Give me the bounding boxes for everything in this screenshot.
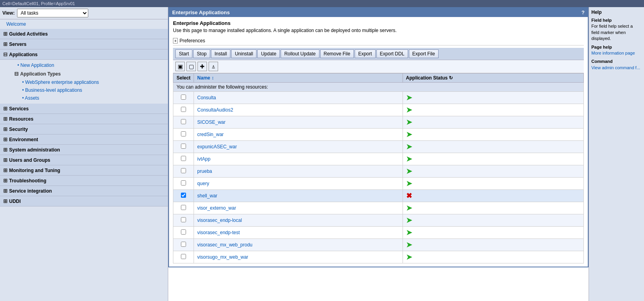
sidebar-item-uddi[interactable]: ⊞ UDDI (0, 196, 168, 206)
app-checkbox[interactable] (181, 95, 186, 100)
sidebar-item-assets[interactable]: • Assets (8, 94, 165, 102)
app-checkbox[interactable] (181, 156, 186, 161)
install-button[interactable]: Install (211, 49, 230, 58)
app-name-link[interactable]: visorasec_endp-local (197, 218, 242, 223)
sidebar-item-service-integration[interactable]: ⊞ Service integration (0, 186, 168, 196)
app-name-link[interactable]: credSin_war (197, 132, 224, 137)
app-checkbox[interactable] (181, 180, 186, 186)
app-checkbox[interactable] (181, 144, 186, 149)
app-checkbox[interactable] (181, 168, 186, 173)
export-file-button[interactable]: Export File (409, 49, 439, 58)
breadcrumb-text: Cell=DefaultCell01, Profile=AppSrv01 (2, 1, 75, 6)
select-all-icon[interactable]: ▣ (175, 62, 185, 71)
page-help-link[interactable]: More information page (591, 51, 635, 55)
name-sort-link[interactable]: Name ↕ (197, 75, 214, 81)
sidebar-item-welcome[interactable]: Welcome (0, 19, 168, 29)
app-name-link[interactable]: visorasec_mx_web_produ (197, 242, 252, 248)
table-row: ivtApp➤ (173, 153, 584, 165)
start-button[interactable]: Start (175, 49, 192, 58)
app-checkbox[interactable] (181, 205, 186, 210)
table-row: expunicASEC_war➤ (173, 141, 584, 153)
app-checkbox[interactable] (181, 242, 186, 247)
plus-icon: ⊞ (3, 41, 8, 47)
sidebar-item-users-groups[interactable]: ⊞ Users and Groups (0, 155, 168, 165)
view-select[interactable]: All tasks (17, 9, 88, 17)
deselect-all-icon[interactable]: ▢ (186, 62, 196, 71)
plus-icon: ⊞ (3, 106, 8, 112)
sidebar-item-websphere-enterprise[interactable]: • WebSphere enterprise applications (8, 78, 165, 86)
col-status: Application Status ↻ (403, 74, 583, 83)
status-running-icon: ➤ (406, 94, 412, 102)
status-running-icon: ➤ (406, 167, 412, 175)
app-name-link[interactable]: visorsugo_mx_web_war (197, 254, 248, 260)
plus-icon: ⊞ (3, 147, 8, 153)
export-button[interactable]: Export (355, 49, 376, 58)
col-select: Select (173, 74, 194, 83)
table-row: query➤ (173, 178, 584, 190)
table-row: Consulta➤ (173, 92, 584, 104)
app-checkbox[interactable] (181, 131, 186, 136)
command-link[interactable]: View admin command f... (591, 65, 640, 70)
status-running-icon: ➤ (406, 106, 412, 114)
sidebar-item-services[interactable]: ⊞ Services (0, 104, 168, 114)
panel-header: Enterprise Applications ? (169, 8, 588, 17)
view-label: View: (2, 10, 15, 16)
help-panel: Help Field help For field help select a … (589, 7, 644, 301)
preferences-label: Preferences (179, 38, 205, 44)
action-toolbar: Start Stop Install Uninstall Update Roll… (173, 48, 584, 60)
app-checkbox[interactable] (181, 107, 186, 112)
status-running-icon: ➤ (406, 229, 412, 237)
export-ddl-button[interactable]: Export DDL (376, 49, 408, 58)
panel-description: Use this page to manage installed applic… (173, 28, 584, 33)
app-checkbox[interactable] (181, 254, 186, 259)
table-row: prueba➤ (173, 165, 584, 178)
rollout-update-button[interactable]: Rollout Update (281, 49, 319, 58)
stop-button[interactable]: Stop (193, 49, 210, 58)
move-down-icon[interactable]: ⍋ (209, 62, 218, 71)
remove-file-button[interactable]: Remove File (320, 49, 354, 58)
table-row: shell_war✖ (173, 190, 584, 202)
app-name-link[interactable]: SICOSE_war (197, 119, 225, 125)
sidebar-item-security[interactable]: ⊞ Security (0, 124, 168, 134)
table-row: credSin_war➤ (173, 129, 584, 141)
sidebar-item-environment[interactable]: ⊞ Environment (0, 134, 168, 145)
app-name-link[interactable]: query (197, 181, 209, 186)
sidebar-item-resources[interactable]: ⊞ Resources (0, 114, 168, 124)
sidebar-item-troubleshooting[interactable]: ⊞ Troubleshooting (0, 176, 168, 186)
col-name[interactable]: Name ↕ (194, 74, 403, 83)
sidebar-item-servers[interactable]: ⊞ Servers (0, 39, 168, 49)
app-checkbox[interactable] (181, 193, 186, 198)
field-help-text: For field help select a field marker whe… (591, 24, 633, 41)
app-name-link[interactable]: visor_externo_war (197, 205, 236, 211)
move-up-icon[interactable]: ✚ (198, 62, 207, 71)
table-row: visorasec_endp-local➤ (173, 214, 584, 227)
sidebar-item-business-level[interactable]: • Business-level applications (8, 86, 165, 94)
status-stopped-icon: ✖ (406, 192, 412, 200)
resource-header-row: You can administer the following resourc… (173, 83, 584, 92)
app-name-link[interactable]: expunicASEC_war (197, 144, 237, 150)
sidebar-item-applications[interactable]: ⊟ Applications (0, 49, 168, 60)
sidebar-item-guided-activities[interactable]: ⊞ Guided Activities (0, 29, 168, 39)
preferences-bar[interactable]: + Preferences (173, 36, 584, 45)
app-checkbox[interactable] (181, 119, 186, 124)
app-name-link[interactable]: Consulta (197, 95, 216, 100)
app-name-link[interactable]: shell_war (197, 193, 217, 199)
sidebar-item-application-types[interactable]: ⊟ Application Types (8, 69, 165, 78)
page-help-title: Page help (591, 45, 612, 49)
minus-icon: ⊟ (3, 51, 8, 57)
sidebar-item-system-administration[interactable]: ⊞ System administration (0, 145, 168, 155)
app-name-link[interactable]: ivtApp (197, 156, 210, 162)
uninstall-button[interactable]: Uninstall (231, 49, 256, 58)
app-checkbox[interactable] (181, 229, 186, 235)
sidebar-item-monitoring[interactable]: ⊞ Monitoring and Tuning (0, 165, 168, 176)
preferences-expand-icon[interactable]: + (173, 38, 178, 44)
plus-icon: ⊞ (3, 178, 8, 184)
update-button[interactable]: Update (257, 49, 280, 58)
minus-icon: ⊟ (14, 71, 19, 77)
app-name-link[interactable]: prueba (197, 168, 212, 174)
sidebar-item-new-application[interactable]: • New Application (8, 61, 165, 69)
status-running-icon: ➤ (406, 204, 412, 212)
app-name-link[interactable]: ConsultaAudios2 (197, 107, 233, 113)
app-checkbox[interactable] (181, 217, 186, 222)
app-name-link[interactable]: visorasec_endp-test (197, 230, 239, 235)
